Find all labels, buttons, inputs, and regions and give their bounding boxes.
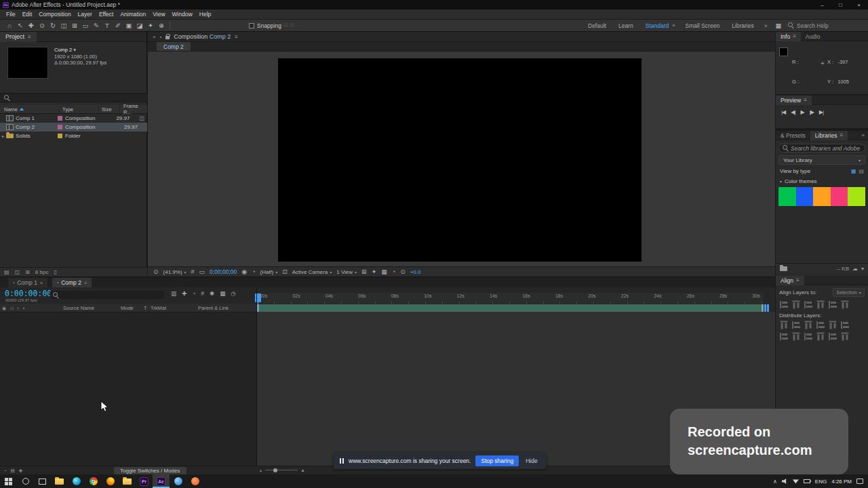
distribute-vertical-center-icon[interactable] — [792, 321, 800, 329]
lock-icon[interactable]: ▪ — [23, 306, 24, 311]
network-icon[interactable] — [793, 479, 799, 484]
notification-center-icon[interactable] — [856, 479, 863, 484]
trash-icon[interactable]: ▯ — [54, 269, 56, 275]
resolution-dropdown[interactable]: (Half)▾ — [260, 269, 278, 275]
tab-preview[interactable]: Preview≡ — [776, 96, 812, 105]
composition-tab[interactable]: Composition Comp 2 — [174, 33, 231, 40]
align-vertical-center-icon[interactable] — [829, 301, 837, 308]
theme-swatch-orange[interactable] — [813, 187, 831, 206]
timeline-button-icon[interactable]: ▦ — [381, 268, 387, 275]
media-app-button[interactable] — [170, 474, 186, 488]
audio-icon[interactable]: ◁ — [9, 306, 13, 311]
menu-file[interactable]: File — [3, 11, 19, 18]
timeline-divider[interactable] — [256, 287, 257, 466]
chevron-down-icon[interactable]: ▾ — [861, 266, 864, 272]
grid-view-icon[interactable]: ▦ — [851, 168, 856, 174]
folder-icon[interactable] — [780, 266, 787, 271]
brush-tool-icon[interactable]: ✐ — [113, 22, 123, 29]
layer-list-area[interactable] — [0, 312, 256, 466]
your-library-dropdown[interactable]: Your Library ▾ — [778, 155, 865, 165]
tab-info[interactable]: Info≡ — [776, 32, 801, 41]
workspace-libraries[interactable]: Libraries — [726, 22, 760, 29]
solo-icon[interactable]: ○ — [17, 306, 20, 311]
menu-effect[interactable]: Effect — [96, 11, 117, 18]
chevron-down-icon[interactable]: ▾ — [73, 47, 76, 53]
folder-shortcut-button[interactable] — [119, 474, 136, 488]
view-by-type-dropdown[interactable]: View by type — [780, 168, 810, 174]
column-trkmat[interactable]: TrkMat — [151, 305, 166, 311]
theme-swatch-pink[interactable] — [831, 187, 848, 206]
align-right-icon[interactable] — [804, 301, 812, 308]
workspace-standard[interactable]: Standard — [639, 22, 671, 29]
theme-swatch-green[interactable] — [778, 187, 796, 206]
stop-sharing-button[interactable]: Stop sharing — [475, 455, 519, 466]
label-chip[interactable] — [58, 134, 62, 138]
timeline-search-input[interactable] — [61, 291, 161, 298]
clone-stamp-tool-icon[interactable]: ▣ — [123, 22, 134, 29]
libraries-search-input[interactable] — [791, 145, 861, 152]
tab-libraries[interactable]: Libraries≡ — [810, 131, 848, 140]
new-comp-icon[interactable]: ◫ — [15, 269, 20, 275]
project-row-comp1[interactable]: Comp 1 Composition 29.97 ◫ — [0, 114, 147, 123]
theme-swatch-blue[interactable] — [796, 187, 814, 206]
play-button[interactable]: ▶ — [800, 109, 804, 115]
workspace-overflow-icon[interactable]: » — [760, 22, 772, 29]
timeline-tab-comp1[interactable]: ▪ Comp 1 × — [8, 278, 47, 287]
roto-brush-tool-icon[interactable]: ✦ — [145, 22, 156, 29]
distribute-extra-3-icon[interactable] — [804, 333, 812, 340]
hand-tool-icon[interactable]: ✚ — [26, 22, 37, 29]
workspace-grid-icon[interactable]: ▦ — [771, 22, 785, 29]
distribute-right-icon[interactable] — [841, 321, 849, 329]
premiere-button[interactable]: Pr — [136, 474, 153, 488]
maximize-button[interactable]: □ — [831, 0, 850, 9]
live-update-icon[interactable]: ◷ — [231, 290, 235, 297]
close-icon[interactable]: × — [40, 281, 43, 285]
workspace-learn[interactable]: Learn — [612, 22, 639, 29]
distribute-extra-5-icon[interactable] — [829, 333, 837, 340]
camera-dropdown[interactable]: Active Camera▾ — [292, 269, 332, 275]
panel-menu-icon[interactable]: ≡ — [796, 277, 800, 283]
align-horizontal-center-icon[interactable] — [793, 301, 800, 309]
zoom-out-icon[interactable]: ▲ — [259, 468, 262, 472]
speaker-icon[interactable] — [782, 479, 788, 484]
interpret-footage-icon[interactable]: ▤ — [4, 269, 9, 275]
align-bottom-icon[interactable] — [842, 301, 849, 309]
flowchart-icon[interactable]: ◔ — [392, 268, 395, 275]
panel-menu-icon[interactable]: ≡ — [840, 132, 843, 138]
column-mode[interactable]: Mode — [121, 305, 134, 311]
menu-help[interactable]: Help — [196, 11, 214, 18]
motion-blur-icon[interactable]: ✱ — [210, 290, 214, 297]
first-frame-button[interactable]: |◀ — [781, 109, 785, 115]
menu-animation[interactable]: Animation — [117, 11, 149, 18]
zoom-tool-icon[interactable]: ⊙ — [37, 22, 47, 29]
comp-viewer-tab[interactable]: Comp 2 — [157, 42, 191, 51]
shape-tool-icon[interactable]: ▭ — [80, 22, 91, 29]
column-parent-link[interactable]: Parent & Link — [198, 305, 229, 311]
distribute-extra-4-icon[interactable] — [817, 333, 825, 341]
taskbar-search-button[interactable] — [17, 474, 34, 488]
eye-icon[interactable]: ◉ — [2, 306, 6, 311]
viewer-timecode[interactable]: 0;00;00;00 — [210, 268, 237, 275]
composition-canvas[interactable] — [278, 58, 642, 262]
time-ruler[interactable]: :00s 02s 04s 06s 08s 10s 12s 14s 16s 18s… — [257, 293, 764, 304]
last-frame-button[interactable]: ▶| — [819, 109, 823, 115]
distribute-horizontal-center-icon[interactable] — [829, 321, 837, 329]
mask-visibility-icon[interactable]: ▭ — [199, 268, 205, 275]
file-explorer-button[interactable] — [51, 474, 68, 488]
frame-blending-icon[interactable]: # — [201, 290, 204, 297]
theme-swatch-lime[interactable] — [848, 187, 865, 206]
tab-align[interactable]: Align≡ — [776, 276, 804, 285]
expander-icon[interactable]: ▸ — [0, 134, 6, 138]
menu-layer[interactable]: Layer — [75, 11, 96, 18]
channels-icon[interactable]: ◔ — [252, 268, 255, 275]
orbit-tool-icon[interactable]: ↻ — [47, 22, 58, 29]
column-name[interactable]: Name — [0, 106, 58, 113]
draft-3d-icon[interactable]: ✚ — [182, 290, 186, 297]
pen-tool-icon[interactable]: ✎ — [91, 22, 102, 29]
clock[interactable]: 4:26 PM — [831, 479, 852, 485]
panel-overflow-icon[interactable]: » — [862, 132, 868, 138]
workspace-menu-icon[interactable]: ≡ — [671, 22, 679, 28]
distribute-extra-1-icon[interactable] — [780, 333, 788, 340]
start-button[interactable] — [0, 474, 17, 488]
align-left-icon[interactable] — [780, 301, 788, 308]
